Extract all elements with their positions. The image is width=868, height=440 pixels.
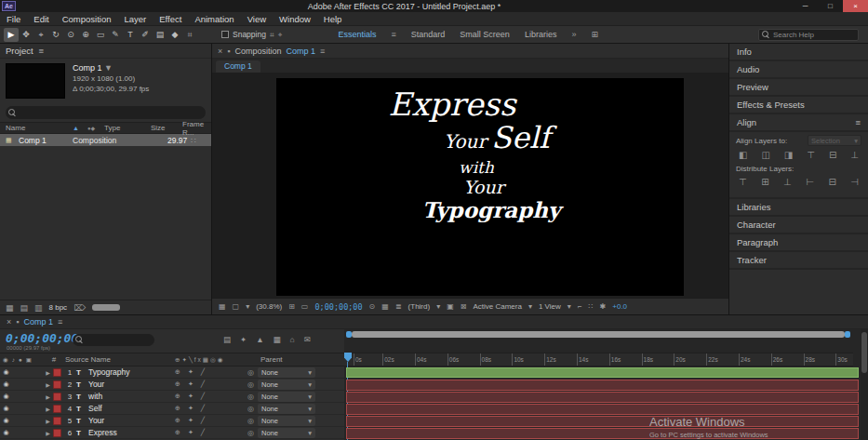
parent-dropdown[interactable]: None ▾	[258, 404, 315, 414]
layer-color-swatch[interactable]	[53, 417, 61, 425]
layer-row[interactable]: ◉ ▶ 6 T Express ⊕ ✦ ╱ ◎ None ▾	[0, 427, 344, 439]
menu-file[interactable]: File	[0, 14, 27, 24]
timeline-graph-area[interactable]: 0s 02s 04s 06s 08s 10s 12s 14s 16s 18s 2…	[344, 329, 861, 440]
fast-previews-icon[interactable]: ∷	[588, 302, 593, 311]
shy-switch-icon[interactable]: ⊕	[175, 380, 180, 388]
panel-character[interactable]: Character	[729, 217, 868, 234]
layer-row[interactable]: ◉ ▶ 1 T Typography ⊕ ✦ ╱ ◎ None ▾	[0, 367, 344, 379]
panel-effects-presets[interactable]: Effects & Presets	[729, 97, 868, 114]
quality-switch-icon[interactable]: ╱	[201, 368, 205, 376]
panel-info[interactable]: Info	[729, 44, 868, 61]
solo-icon[interactable]: ●	[19, 356, 22, 364]
layer-name[interactable]: Express	[88, 428, 175, 437]
trash-icon[interactable]: ⌦	[73, 303, 86, 313]
zoom-level[interactable]: (30.8%)	[256, 302, 282, 311]
viewer-canvas-area[interactable]: Express Your Self with Your Typography	[212, 73, 728, 298]
layer-row[interactable]: ◉ ▶ 2 T Your ⊕ ✦ ╱ ◎ None ▾	[0, 379, 344, 391]
shy-switch-icon[interactable]: ⊕	[175, 393, 180, 400]
expander-icon[interactable]: ▶	[43, 418, 53, 424]
graph-editor-icon[interactable]: ✉	[304, 335, 311, 344]
distribute-bottom-icon[interactable]: ⊥	[783, 177, 792, 187]
timeline-tab-comp1[interactable]: Comp 1	[23, 317, 53, 327]
eye-icon[interactable]: ◉	[0, 393, 12, 400]
composition-canvas[interactable]: Express Your Self with Your Typography	[276, 78, 684, 296]
menu-view[interactable]: View	[241, 14, 273, 24]
new-folder-icon[interactable]: ▤	[20, 303, 29, 313]
eye-icon[interactable]: ◉	[0, 380, 12, 388]
timeline-settings-icon[interactable]: ✱	[600, 302, 607, 311]
eye-icon[interactable]: ◉	[0, 417, 12, 424]
composition-tab-comp-name[interactable]: Comp 1	[287, 47, 316, 56]
audio-icon[interactable]: ♪	[12, 356, 15, 364]
expander-icon[interactable]: ▶	[43, 369, 53, 376]
project-item-row[interactable]: ▦ Comp 1 Composition 29.97 ∷	[0, 134, 211, 146]
brush-tool-icon[interactable]: ✐	[138, 28, 153, 42]
shape-tool-icon[interactable]: ▭	[93, 28, 108, 42]
layer-name[interactable]: with	[88, 392, 175, 401]
panel-audio[interactable]: Audio	[729, 61, 868, 79]
sort-ascending-icon[interactable]: ▲	[73, 125, 87, 131]
parent-dropdown[interactable]: None ▾	[258, 416, 315, 426]
hide-shy-layers-icon[interactable]: ▲	[256, 335, 263, 344]
draft-3d-icon[interactable]: ✦	[240, 335, 247, 344]
parent-pickwhip-icon[interactable]: ◎	[247, 429, 254, 437]
eye-icon[interactable]: ◉	[0, 405, 12, 412]
close-tab-icon[interactable]: ×	[7, 317, 11, 327]
selection-tool-icon[interactable]: ▶	[4, 28, 19, 42]
chevron-down-icon[interactable]: ▾	[436, 302, 440, 311]
quality-switch-icon[interactable]: ╱	[201, 417, 205, 424]
column-frame-rate[interactable]: Frame R...	[182, 120, 211, 137]
type-tool-icon[interactable]: T	[123, 28, 138, 42]
parent-dropdown[interactable]: None ▾	[258, 392, 315, 402]
panel-preview[interactable]: Preview	[729, 79, 868, 97]
close-button[interactable]: ×	[843, 0, 868, 12]
layer-duration-bar[interactable]	[346, 404, 859, 415]
lock-icon[interactable]: ▣	[26, 356, 32, 364]
always-preview-icon[interactable]: ▦	[219, 302, 226, 311]
shy-switch-icon[interactable]: ⊕	[175, 429, 180, 436]
motion-blur-icon[interactable]: ⌂	[290, 335, 295, 344]
show-snapshot-icon[interactable]: ▦	[381, 302, 389, 311]
show-channel-icon[interactable]: ≣	[395, 302, 402, 311]
resolution-dropdown[interactable]: (Third)	[408, 302, 431, 311]
menu-layer[interactable]: Layer	[118, 14, 154, 24]
puppet-tool-icon[interactable]: ⌗	[182, 28, 197, 42]
menu-window[interactable]: Window	[273, 14, 317, 24]
layer-row[interactable]: ◉ ▶ 3 T with ⊕ ✦ ╱ ◎ None ▾	[0, 391, 344, 403]
new-composition-icon[interactable]: ▥	[34, 303, 43, 313]
project-panel-tab[interactable]: Project ≡	[0, 44, 211, 59]
comp-name-line[interactable]: Comp 1 ▼	[73, 63, 149, 73]
navigator-end-handle[interactable]	[845, 331, 850, 338]
distribute-top-icon[interactable]: ⊤	[739, 177, 747, 187]
current-timecode[interactable]: 0;00;00;00	[6, 331, 78, 345]
align-bottom-icon[interactable]: ⊥	[850, 150, 859, 160]
eye-icon[interactable]: ◉	[0, 429, 12, 436]
distribute-left-icon[interactable]: ⊢	[806, 177, 814, 187]
menu-composition[interactable]: Composition	[56, 14, 118, 24]
align-h-center-icon[interactable]: ◫	[761, 150, 769, 160]
layer-row[interactable]: ◉ ▶ 4 T Self ⊕ ✦ ╱ ◎ None ▾	[0, 403, 344, 415]
workspace-libraries[interactable]: Libraries	[525, 30, 557, 39]
effects-switch-icon[interactable]: ✦	[188, 429, 194, 436]
layer-color-swatch[interactable]	[53, 380, 61, 389]
comp-mini-flowchart-icon[interactable]: ▤	[223, 335, 231, 344]
work-area-bar[interactable]	[346, 367, 859, 378]
distribute-right-icon[interactable]: ⊣	[850, 177, 859, 187]
timeline-vertical-scrollbar[interactable]	[861, 329, 868, 440]
region-of-interest-icon[interactable]: ▭	[301, 302, 309, 311]
align-layers-to-dropdown[interactable]: Selection ▾	[808, 135, 861, 146]
shy-switch-icon[interactable]: ⊕	[175, 368, 180, 376]
layer-duration-bar[interactable]	[346, 416, 859, 427]
column-size[interactable]: Size	[151, 124, 182, 132]
align-left-icon[interactable]: ◧	[739, 150, 747, 160]
effects-switch-icon[interactable]: ✦	[188, 417, 194, 424]
effects-switch-icon[interactable]: ✦	[188, 393, 194, 400]
shy-switch-icon[interactable]: ⊕	[175, 405, 180, 412]
chevron-down-icon[interactable]: ▾	[568, 302, 571, 311]
snapshot-icon[interactable]: ⊙	[369, 302, 376, 311]
menu-effect[interactable]: Effect	[153, 14, 188, 24]
eraser-tool-icon[interactable]: ◆	[167, 28, 182, 42]
layer-color-swatch[interactable]	[53, 368, 61, 377]
zoom-tool-icon[interactable]: ⌖	[33, 28, 48, 42]
pixel-aspect-icon[interactable]: ⌐	[578, 302, 582, 311]
